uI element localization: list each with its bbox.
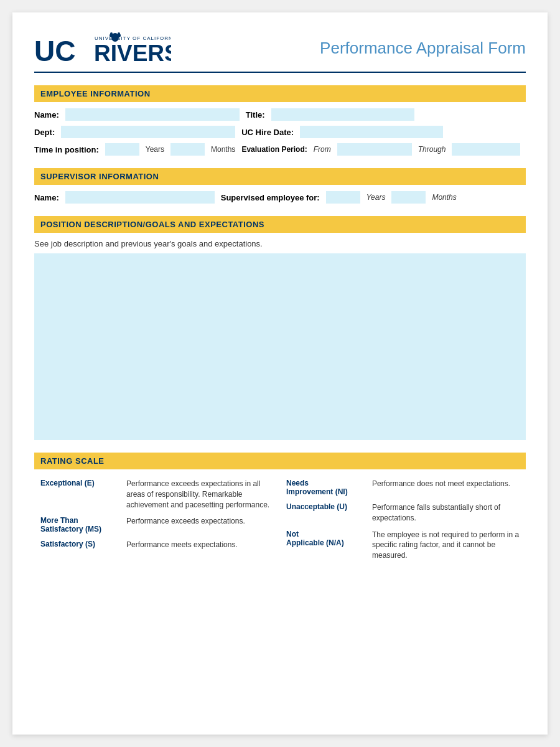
evaluation-period-label: Evaluation Period: xyxy=(241,145,307,154)
svg-text:UC: UC xyxy=(34,35,75,65)
rating-item-not-applicable: NotApplicable (N/A) The employee is not … xyxy=(286,530,520,561)
supervisor-information-section: SUPERVISOR INFORMATION Name: Supervised … xyxy=(34,168,526,204)
supervisor-section-header: SUPERVISOR INFORMATION xyxy=(34,168,526,185)
rating-item-satisfactory: Satisfactory (S) Performance meets expec… xyxy=(40,540,274,550)
svg-point-5 xyxy=(118,32,120,35)
title-label: Title: xyxy=(246,110,265,120)
rating-term-na: NotApplicable (N/A) xyxy=(286,530,367,561)
svg-text:RIVERSIDE: RIVERSIDE xyxy=(94,40,171,65)
from-label: From xyxy=(314,145,331,154)
position-desc-box[interactable] xyxy=(34,253,526,440)
rating-term-exceptional: Exceptional (E) xyxy=(40,479,121,510)
rating-scale-section: RATING SCALE Exceptional (E) Performance… xyxy=(34,453,526,570)
supervisor-months-input[interactable] xyxy=(391,191,426,204)
rating-item-unacceptable: Unacceptable (U) Performance falls subst… xyxy=(286,502,520,524)
header: UC RIVERSIDE UNIVERSITY OF CALIFORNIA Pe… xyxy=(34,31,526,73)
rating-desc-u: Performance falls substantially short of… xyxy=(372,502,520,524)
eval-through-input[interactable] xyxy=(452,143,520,156)
rating-term-s: Satisfactory (S) xyxy=(40,540,121,550)
rating-desc-ms: Performance exceeds expectations. xyxy=(126,516,245,533)
dept-input[interactable] xyxy=(61,126,235,138)
uc-hire-date-input[interactable] xyxy=(300,126,443,138)
supervisor-years-input[interactable] xyxy=(326,191,360,204)
rating-desc-exceptional: Performance exceeds expectations in all … xyxy=(126,479,274,510)
supervisor-years-label: Years xyxy=(366,193,386,202)
rating-item-exceptional: Exceptional (E) Performance exceeds expe… xyxy=(40,479,274,510)
position-section-header: POSITION DESCRIPTION/GOALS AND EXPECTATI… xyxy=(34,216,526,233)
dept-label: Dept: xyxy=(34,128,55,137)
name-label: Name: xyxy=(34,110,59,120)
years-input[interactable] xyxy=(105,143,139,156)
months-label: Months xyxy=(211,145,235,154)
rating-desc-s: Performance meets expectations. xyxy=(126,540,238,550)
rating-scale-grid: Exceptional (E) Performance exceeds expe… xyxy=(34,476,526,570)
time-evaluation-row: Time in position: Years Months Evaluatio… xyxy=(34,143,526,156)
employee-information-section: EMPLOYEE INFORMATION Name: Title: Dept: … xyxy=(34,85,526,156)
name-input[interactable] xyxy=(65,108,240,121)
rating-left-col: Exceptional (E) Performance exceeds expe… xyxy=(34,476,280,570)
supervised-employee-label: Supervised employee for: xyxy=(221,193,320,202)
name-title-row: Name: Title: xyxy=(34,108,526,121)
form-title: Performance Appraisal Form xyxy=(320,39,526,58)
dept-hire-row: Dept: UC Hire Date: xyxy=(34,126,526,138)
supervisor-months-label: Months xyxy=(432,193,456,202)
rating-desc-ni: Performance does not meet expectations. xyxy=(372,479,510,496)
rating-right-col: NeedsImprovement (NI) Performance does n… xyxy=(280,476,526,570)
supervisor-name-row: Name: Supervised employee for: Years Mon… xyxy=(34,191,526,204)
employee-section-header: EMPLOYEE INFORMATION xyxy=(34,85,526,102)
years-label: Years xyxy=(146,145,164,154)
supervisor-name-input[interactable] xyxy=(65,191,215,204)
rating-desc-na: The employee is not required to perform … xyxy=(372,530,520,561)
position-desc-text: See job description and previous year's … xyxy=(34,239,526,248)
uc-hire-date-label: UC Hire Date: xyxy=(241,128,294,137)
rating-term-ni: NeedsImprovement (NI) xyxy=(286,479,367,496)
position-description-section: POSITION DESCRIPTION/GOALS AND EXPECTATI… xyxy=(34,216,526,440)
months-input[interactable] xyxy=(170,143,205,156)
rating-term-u: Unacceptable (U) xyxy=(286,502,367,524)
time-in-position-label: Time in position: xyxy=(34,145,99,154)
logo-area: UC RIVERSIDE UNIVERSITY OF CALIFORNIA xyxy=(34,31,171,65)
rating-item-needs-improvement: NeedsImprovement (NI) Performance does n… xyxy=(286,479,520,496)
svg-point-4 xyxy=(110,32,113,35)
svg-text:UNIVERSITY OF CALIFORNIA: UNIVERSITY OF CALIFORNIA xyxy=(95,35,171,41)
eval-from-input[interactable] xyxy=(337,143,412,156)
through-label: Through xyxy=(418,145,446,154)
page: UC RIVERSIDE UNIVERSITY OF CALIFORNIA Pe… xyxy=(12,12,548,735)
title-input[interactable] xyxy=(271,108,414,121)
supervisor-name-label: Name: xyxy=(34,193,59,202)
rating-term-ms: More ThanSatisfactory (MS) xyxy=(40,516,121,533)
rating-item-more-than-satisfactory: More ThanSatisfactory (MS) Performance e… xyxy=(40,516,274,533)
rating-scale-header: RATING SCALE xyxy=(34,453,526,469)
